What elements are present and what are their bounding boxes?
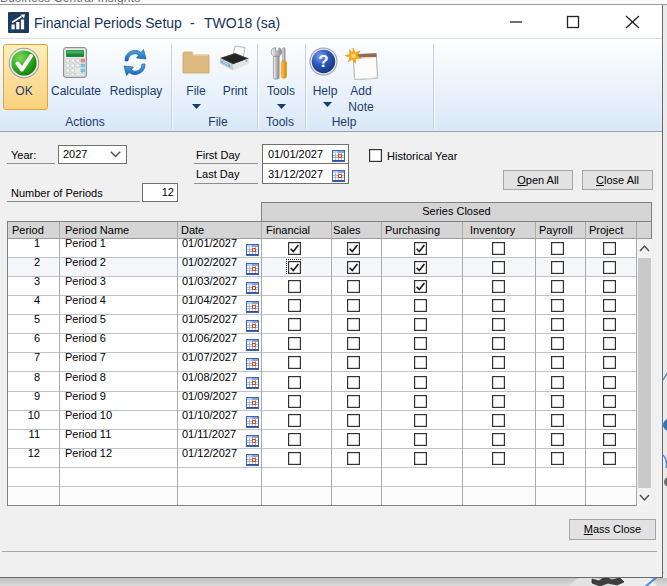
svg-text:?: ?: [318, 52, 328, 71]
